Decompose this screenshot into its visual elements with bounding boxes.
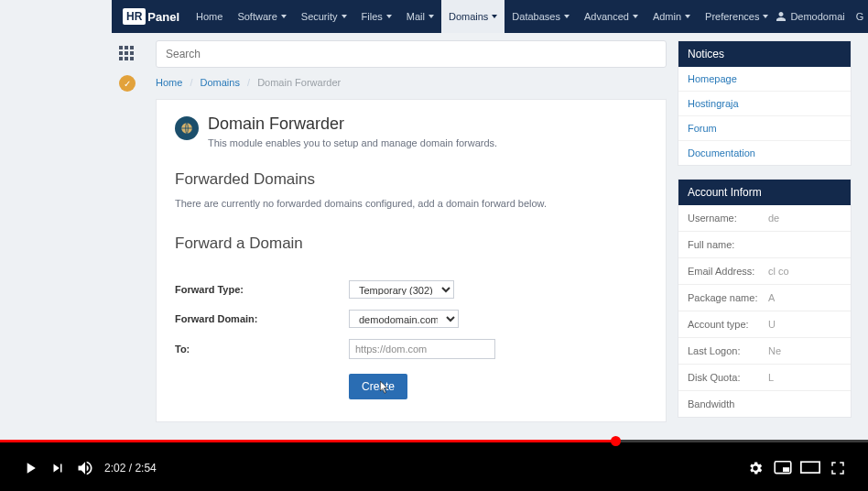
module-desc: This module enables you to setup and man… bbox=[208, 137, 497, 148]
breadcrumb-sep: / bbox=[247, 77, 250, 88]
chevron-down-icon bbox=[492, 15, 497, 18]
account-value: Ne bbox=[768, 345, 781, 356]
volume-button[interactable] bbox=[71, 454, 99, 482]
user-menu[interactable]: Demodomai bbox=[776, 11, 850, 22]
theater-button[interactable] bbox=[797, 454, 824, 482]
create-button-label: Create bbox=[362, 380, 395, 393]
nav-files[interactable]: Files bbox=[354, 0, 399, 33]
forward-to-row: To: bbox=[175, 339, 647, 359]
search-input[interactable] bbox=[156, 40, 667, 68]
account-label: Package name: bbox=[688, 292, 768, 303]
nav-domains[interactable]: Domains bbox=[441, 0, 505, 33]
video-time-current: 2:02 bbox=[104, 462, 125, 475]
breadcrumb-home[interactable]: Home bbox=[156, 77, 182, 88]
chevron-down-icon bbox=[685, 15, 690, 18]
apps-grid-icon[interactable] bbox=[119, 46, 136, 62]
miniplayer-button[interactable] bbox=[769, 454, 797, 482]
right-sidebar: Notices HomepageHostingrajaForumDocument… bbox=[678, 40, 852, 418]
notice-link[interactable]: Forum bbox=[678, 115, 851, 140]
account-value: L bbox=[768, 372, 774, 383]
account-row: Last Logon:Ne bbox=[678, 337, 851, 364]
video-progress-bar[interactable] bbox=[0, 440, 868, 442]
account-row: Account type:U bbox=[678, 311, 851, 337]
account-value: cl co bbox=[768, 266, 789, 277]
left-icon-strip: ✓ bbox=[119, 46, 141, 92]
create-button[interactable]: Create bbox=[349, 374, 407, 399]
nav-software[interactable]: Software bbox=[230, 0, 293, 33]
notice-link[interactable]: Documentation bbox=[678, 140, 851, 165]
account-label: Full name: bbox=[688, 239, 768, 250]
video-controls: 2:02 / 2:54 bbox=[0, 445, 868, 491]
account-label: Last Logon: bbox=[688, 345, 768, 356]
brand-prefix: HR bbox=[123, 8, 146, 25]
cursor-icon bbox=[380, 381, 389, 394]
breadcrumb-current: Domain Forwarder bbox=[257, 77, 341, 88]
chevron-down-icon bbox=[281, 15, 287, 18]
forwarded-domains-title: Forwarded Domains bbox=[175, 170, 647, 189]
account-label: Username: bbox=[688, 213, 768, 224]
refresh-button[interactable]: G bbox=[851, 0, 868, 33]
fullscreen-button[interactable] bbox=[824, 454, 852, 482]
user-icon bbox=[776, 11, 787, 22]
svg-rect-3 bbox=[801, 462, 819, 473]
chevron-down-icon bbox=[342, 15, 347, 18]
top-navbar: HR Panel HomeSoftwareSecurityFilesMailDo… bbox=[112, 0, 868, 33]
next-button[interactable] bbox=[44, 454, 71, 482]
forward-domain-label: Forward Domain: bbox=[175, 313, 349, 324]
account-row: Disk Quota:L bbox=[678, 364, 851, 390]
breadcrumb-sep: / bbox=[190, 77, 192, 88]
module-title: Domain Forwarder bbox=[208, 115, 497, 134]
forward-type-label: Forward Type: bbox=[175, 284, 349, 295]
miniplayer-icon bbox=[774, 461, 792, 475]
nav-preferences[interactable]: Preferences bbox=[698, 0, 776, 33]
play-button[interactable] bbox=[16, 454, 44, 482]
forward-type-select[interactable]: Temporary (302) bbox=[349, 280, 454, 299]
main-column: Home / Domains / Domain Forwarder Domain… bbox=[156, 40, 667, 422]
nav-home[interactable]: Home bbox=[189, 0, 230, 33]
forwarded-domains-desc: There are currently no forwarded domains… bbox=[175, 198, 647, 209]
notice-link[interactable]: Homepage bbox=[678, 67, 851, 91]
chevron-down-icon bbox=[564, 15, 570, 18]
nav-advanced[interactable]: Advanced bbox=[577, 0, 646, 33]
account-row: Email Address:cl co bbox=[678, 257, 851, 284]
nav-items: HomeSoftwareSecurityFilesMailDomainsData… bbox=[189, 0, 776, 33]
video-progress-played bbox=[0, 440, 615, 442]
notices-card: Notices HomepageHostingrajaForumDocument… bbox=[678, 40, 852, 166]
nav-admin[interactable]: Admin bbox=[646, 0, 698, 33]
chevron-down-icon bbox=[633, 15, 638, 18]
breadcrumb-domains[interactable]: Domains bbox=[201, 77, 240, 88]
account-row: Username:de bbox=[678, 205, 851, 231]
account-value: U bbox=[768, 319, 776, 330]
settings-button[interactable] bbox=[742, 454, 769, 482]
nav-security[interactable]: Security bbox=[294, 0, 354, 33]
account-label: Disk Quota: bbox=[688, 372, 768, 383]
theater-icon bbox=[800, 461, 820, 475]
chevron-down-icon bbox=[763, 15, 768, 18]
account-card: Account Inform Username:deFull name:Emai… bbox=[678, 179, 852, 418]
fullscreen-icon bbox=[830, 460, 846, 476]
globe-icon bbox=[175, 116, 199, 140]
brand-logo[interactable]: HR Panel bbox=[112, 8, 189, 25]
brand-suffix: Panel bbox=[147, 10, 179, 24]
notices-title: Notices bbox=[678, 41, 851, 67]
forward-a-domain-title: Forward a Domain bbox=[175, 235, 647, 253]
nav-mail[interactable]: Mail bbox=[399, 0, 441, 33]
nav-databases[interactable]: Databases bbox=[505, 0, 577, 33]
account-row: Full name: bbox=[678, 231, 851, 257]
account-label: Bandwidth bbox=[688, 398, 768, 409]
forward-domain-select[interactable]: demodomain.com bbox=[349, 310, 459, 328]
forward-domain-row: Forward Domain: demodomain.com bbox=[175, 310, 647, 328]
forward-to-input[interactable] bbox=[349, 339, 495, 359]
account-value: de bbox=[768, 213, 779, 224]
account-label: Email Address: bbox=[688, 266, 768, 277]
notices-body: HomepageHostingrajaForumDocumentation bbox=[678, 67, 851, 165]
video-time-sep: / bbox=[125, 462, 135, 475]
svg-rect-2 bbox=[783, 467, 789, 472]
settings-circle-icon[interactable]: ✓ bbox=[119, 75, 136, 92]
main-panel: Domain Forwarder This module enables you… bbox=[156, 99, 667, 422]
video-time: 2:02 / 2:54 bbox=[104, 462, 157, 475]
video-content: HR Panel HomeSoftwareSecurityFilesMailDo… bbox=[0, 0, 868, 440]
forward-to-label: To: bbox=[175, 344, 349, 355]
account-value: A bbox=[768, 292, 775, 303]
notice-link[interactable]: Hostingraja bbox=[678, 91, 851, 115]
